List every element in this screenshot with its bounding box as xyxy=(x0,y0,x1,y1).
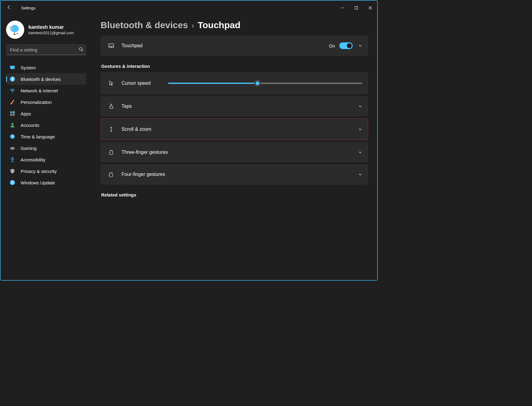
svg-rect-0 xyxy=(355,7,358,9)
sidebar-item-label: Accessibility xyxy=(21,157,45,162)
sidebar-item-accounts[interactable]: Accounts xyxy=(6,119,86,131)
svg-point-1 xyxy=(10,25,19,32)
profile-name: kamlesh kumar xyxy=(28,25,74,30)
four-finger-icon xyxy=(107,171,115,178)
brush-icon xyxy=(9,99,16,105)
gamepad-icon xyxy=(9,145,16,151)
maximize-button[interactable] xyxy=(349,3,363,13)
four-finger-label: Four-finger gestures xyxy=(121,172,165,177)
minimize-button[interactable] xyxy=(335,3,349,13)
shield-icon xyxy=(9,168,16,174)
sidebar-item-label: Apps xyxy=(21,111,31,116)
svg-point-18 xyxy=(13,148,14,149)
sidebar-item-label: Personalization xyxy=(21,100,52,105)
sidebar-item-personalization[interactable]: Personalization xyxy=(6,96,86,108)
chevron-down-icon[interactable] xyxy=(358,172,362,177)
chevron-right-icon: › xyxy=(191,21,194,30)
breadcrumb: Bluetooth & devices › Touchpad xyxy=(101,20,368,30)
sidebar-item-label: Privacy & security xyxy=(21,169,57,174)
svg-point-14 xyxy=(12,123,14,125)
sidebar-item-time-language[interactable]: Time & language xyxy=(6,131,86,142)
four-finger-row[interactable]: Four-finger gestures xyxy=(101,164,368,184)
nav-list: System Bluetooth & devices Network & int… xyxy=(6,62,86,188)
sidebar-item-label: Time & language xyxy=(21,134,55,139)
svg-rect-11 xyxy=(13,111,15,114)
three-finger-label: Three-finger gestures xyxy=(121,150,168,155)
breadcrumb-parent[interactable]: Bluetooth & devices xyxy=(101,20,188,30)
clock-globe-icon xyxy=(9,133,16,140)
svg-rect-12 xyxy=(10,114,12,116)
three-finger-row[interactable]: Three-finger gestures xyxy=(101,142,368,162)
sidebar-item-accessibility[interactable]: Accessibility xyxy=(6,154,86,165)
tap-icon xyxy=(107,103,115,110)
sidebar-item-label: Windows Update xyxy=(21,180,55,185)
sidebar-item-network[interactable]: Network & internet xyxy=(6,85,86,96)
svg-point-20 xyxy=(10,180,15,185)
taps-label: Taps xyxy=(121,104,132,109)
svg-point-3 xyxy=(12,27,13,28)
app-title: Settings xyxy=(21,6,35,10)
svg-rect-6 xyxy=(10,66,15,69)
scroll-zoom-label: Scroll & zoom xyxy=(121,127,151,132)
sidebar-item-system[interactable]: System xyxy=(6,62,86,73)
sidebar-item-label: Accounts xyxy=(21,123,39,128)
avatar xyxy=(6,21,24,39)
search-box[interactable] xyxy=(6,44,86,55)
chevron-down-icon[interactable] xyxy=(358,127,362,131)
update-icon xyxy=(9,179,16,186)
gestures-section-header: Gestures & interaction xyxy=(101,64,368,69)
scroll-zoom-row[interactable]: Scroll & zoom xyxy=(101,118,368,140)
sidebar-item-bluetooth-devices[interactable]: Bluetooth & devices xyxy=(6,73,86,85)
touchpad-toggle[interactable] xyxy=(339,42,353,49)
profile-email: kamlesh2011@gmail.com xyxy=(28,31,74,35)
content-pane: Bluetooth & devices › Touchpad Touchpad … xyxy=(91,15,377,280)
toggle-state-label: On xyxy=(329,43,335,48)
cursor-speed-label: Cursor speed xyxy=(121,81,151,86)
svg-point-19 xyxy=(12,157,13,158)
sidebar-item-apps[interactable]: Apps xyxy=(6,108,86,119)
touchpad-toggle-row[interactable]: Touchpad On xyxy=(101,36,368,56)
cursor-speed-row: Cursor speed xyxy=(101,72,368,94)
touchpad-icon xyxy=(107,42,115,49)
svg-point-5 xyxy=(79,48,82,50)
chevron-down-icon[interactable] xyxy=(358,150,362,154)
profile-block[interactable]: kamlesh kumar kamlesh2011@gmail.com xyxy=(6,21,86,39)
sidebar-item-label: Network & internet xyxy=(21,88,58,93)
chevron-down-icon[interactable] xyxy=(358,104,362,108)
cursor-speed-slider[interactable] xyxy=(168,83,362,84)
taps-row[interactable]: Taps xyxy=(101,96,368,116)
sidebar-item-label: Gaming xyxy=(21,146,37,151)
monitor-icon xyxy=(9,64,16,71)
search-input[interactable] xyxy=(10,47,79,52)
breadcrumb-current: Touchpad xyxy=(198,20,240,30)
cursor-icon xyxy=(107,80,115,87)
svg-rect-7 xyxy=(12,69,13,70)
svg-rect-16 xyxy=(10,147,15,150)
related-section-header: Related settings xyxy=(101,192,368,197)
touchpad-label: Touchpad xyxy=(121,43,142,48)
sidebar-item-label: Bluetooth & devices xyxy=(21,77,61,82)
bluetooth-icon xyxy=(9,76,16,82)
svg-point-17 xyxy=(11,148,12,149)
svg-point-9 xyxy=(12,92,13,93)
accessibility-icon xyxy=(9,156,16,163)
svg-rect-13 xyxy=(13,114,15,116)
back-button[interactable] xyxy=(5,5,13,12)
apps-icon xyxy=(9,110,16,117)
sidebar-item-privacy[interactable]: Privacy & security xyxy=(6,165,86,177)
three-finger-icon xyxy=(107,149,115,156)
scroll-zoom-icon xyxy=(107,126,115,133)
close-button[interactable] xyxy=(363,3,377,13)
wifi-icon xyxy=(9,87,16,94)
sidebar-item-label: System xyxy=(21,65,36,70)
sidebar-item-windows-update[interactable]: Windows Update xyxy=(6,177,86,188)
titlebar: Settings xyxy=(1,1,377,15)
svg-point-4 xyxy=(17,33,18,35)
chevron-down-icon[interactable] xyxy=(358,44,362,48)
sidebar: kamlesh kumar kamlesh2011@gmail.com Syst… xyxy=(1,15,91,280)
sidebar-item-gaming[interactable]: Gaming xyxy=(6,142,86,154)
svg-rect-10 xyxy=(10,111,12,114)
person-icon xyxy=(9,122,16,128)
search-icon xyxy=(79,47,83,52)
